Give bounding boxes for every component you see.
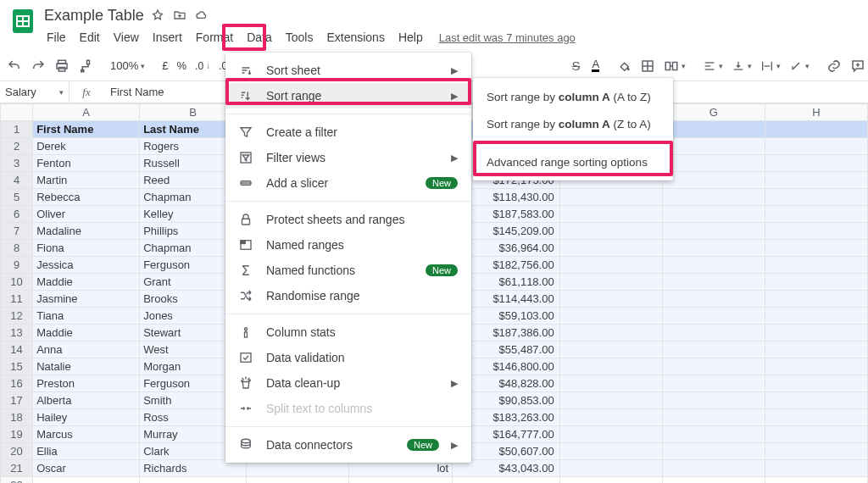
- menu-file[interactable]: File: [41, 27, 72, 47]
- cell[interactable]: [559, 223, 662, 240]
- strike-icon[interactable]: S: [568, 58, 583, 74]
- row-header[interactable]: 20: [1, 443, 33, 460]
- print-icon[interactable]: [54, 58, 70, 74]
- cell[interactable]: [559, 206, 662, 223]
- cell[interactable]: [765, 358, 867, 375]
- cell[interactable]: [765, 341, 867, 358]
- menu-item-column-stats[interactable]: Column stats: [225, 319, 471, 345]
- cell[interactable]: Maddie: [33, 325, 140, 341]
- cell[interactable]: Oliver: [33, 206, 140, 223]
- cell[interactable]: [662, 257, 765, 274]
- menu-item-sort-range[interactable]: Sort range ▶: [225, 83, 471, 108]
- cell[interactable]: [765, 189, 867, 206]
- cell[interactable]: [765, 291, 867, 308]
- cell[interactable]: [662, 172, 765, 189]
- cell[interactable]: Anna: [33, 341, 140, 358]
- cell[interactable]: [33, 477, 140, 484]
- cell[interactable]: [247, 477, 349, 484]
- cell[interactable]: Fiona: [33, 240, 140, 257]
- cell[interactable]: [765, 392, 867, 409]
- cell[interactable]: [765, 308, 867, 325]
- row-header[interactable]: 13: [1, 325, 33, 341]
- menu-help[interactable]: Help: [392, 27, 429, 47]
- cell[interactable]: [765, 274, 867, 291]
- row-header[interactable]: 21: [1, 460, 33, 477]
- cell[interactable]: [765, 257, 867, 274]
- cell[interactable]: [765, 409, 867, 426]
- wrap-icon[interactable]: [760, 59, 781, 73]
- cell[interactable]: Jasmine: [33, 291, 140, 308]
- cell[interactable]: Marcus: [33, 426, 140, 443]
- select-all[interactable]: [1, 104, 33, 121]
- move-icon[interactable]: [173, 8, 186, 22]
- row-header[interactable]: 19: [1, 426, 33, 443]
- document-title[interactable]: Example Table: [44, 7, 144, 25]
- cell[interactable]: [559, 308, 662, 325]
- row-header[interactable]: 16: [1, 375, 33, 392]
- row-header[interactable]: 1: [1, 121, 33, 138]
- menu-edit[interactable]: Edit: [74, 27, 106, 47]
- cell[interactable]: Ellia: [33, 443, 140, 460]
- halign-icon[interactable]: [703, 59, 723, 73]
- cell[interactable]: Maddie: [33, 274, 140, 291]
- row-header[interactable]: 8: [1, 240, 33, 257]
- cell[interactable]: [559, 477, 662, 484]
- menu-item-named-ranges[interactable]: Named ranges: [225, 232, 471, 258]
- header-cell[interactable]: [662, 121, 765, 138]
- cell[interactable]: [559, 358, 662, 375]
- menu-insert[interactable]: Insert: [147, 27, 188, 47]
- row-header[interactable]: 9: [1, 257, 33, 274]
- cell[interactable]: [662, 155, 765, 172]
- submenu-item[interactable]: Sort range by column A (A to Z): [473, 83, 673, 110]
- cell[interactable]: [349, 477, 453, 484]
- cell[interactable]: [765, 240, 867, 257]
- name-box[interactable]: Salary: [0, 81, 70, 103]
- cell[interactable]: [662, 291, 765, 308]
- cell[interactable]: [662, 308, 765, 325]
- rotate-icon[interactable]: [789, 59, 810, 73]
- cell[interactable]: [559, 443, 662, 460]
- percent-button[interactable]: %: [176, 59, 186, 72]
- cell[interactable]: [559, 460, 662, 477]
- submenu-item[interactable]: Sort range by column A (Z to A): [473, 110, 673, 137]
- cell[interactable]: [559, 426, 662, 443]
- formula-input[interactable]: First Name: [103, 86, 164, 98]
- row-header[interactable]: 7: [1, 223, 33, 240]
- row-header[interactable]: 2: [1, 138, 33, 155]
- cell[interactable]: [559, 257, 662, 274]
- cell[interactable]: Oscar: [33, 460, 140, 477]
- cell[interactable]: [765, 477, 867, 484]
- menu-data[interactable]: Data: [241, 27, 278, 47]
- menu-item-data-connectors[interactable]: Data connectors New ▶: [225, 432, 471, 458]
- menu-item-randomise-range[interactable]: Randomise range: [225, 283, 471, 308]
- col-header-H[interactable]: H: [765, 104, 867, 121]
- menu-item-data-validation[interactable]: Data validation: [225, 345, 471, 370]
- cell[interactable]: [559, 240, 662, 257]
- valign-icon[interactable]: [732, 59, 752, 73]
- menu-format[interactable]: Format: [190, 27, 239, 47]
- menu-item-add-a-slicer[interactable]: Add a slicer New: [225, 170, 471, 196]
- row-header[interactable]: 12: [1, 308, 33, 325]
- cell[interactable]: [662, 477, 765, 484]
- row-header[interactable]: 3: [1, 155, 33, 172]
- menu-view[interactable]: View: [108, 27, 145, 47]
- row-header[interactable]: 5: [1, 189, 33, 206]
- last-edit-link[interactable]: Last edit was 7 minutes ago: [431, 31, 576, 44]
- text-color-icon[interactable]: A: [592, 59, 599, 72]
- cell[interactable]: [765, 375, 867, 392]
- cell[interactable]: [559, 291, 662, 308]
- zoom-select[interactable]: 100%: [110, 59, 145, 72]
- cell[interactable]: Tiana: [33, 308, 140, 325]
- row-header[interactable]: 15: [1, 358, 33, 375]
- row-header[interactable]: 6: [1, 206, 33, 223]
- menu-item-sort-sheet[interactable]: Sort sheet ▶: [225, 58, 471, 83]
- cell[interactable]: [559, 325, 662, 341]
- cell[interactable]: [765, 325, 867, 341]
- row-header[interactable]: 17: [1, 392, 33, 409]
- row-header[interactable]: 11: [1, 291, 33, 308]
- cell[interactable]: Natalie: [33, 358, 140, 375]
- cell[interactable]: Preston: [33, 375, 140, 392]
- cell[interactable]: [662, 240, 765, 257]
- cell[interactable]: [765, 206, 867, 223]
- borders-icon[interactable]: [640, 58, 655, 74]
